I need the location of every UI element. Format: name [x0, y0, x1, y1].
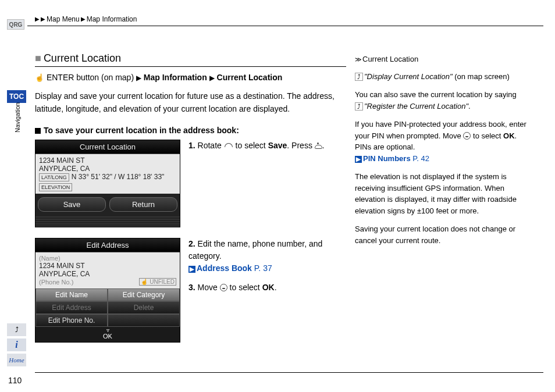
double-arrow-icon: ≫: [355, 56, 361, 63]
info-tab[interactable]: i: [7, 338, 26, 351]
arrow-icon: ▶: [209, 74, 215, 82]
side-note: You can also save the current location b…: [355, 89, 529, 112]
side-note: ⤴"Display Current Location" (on map scre…: [355, 71, 529, 83]
subheading: To save your current location in the add…: [35, 126, 346, 135]
address-line: ANYPLACE, CA: [39, 165, 176, 173]
page-number: 110: [8, 376, 22, 385]
page-reference[interactable]: P. 37: [254, 263, 272, 273]
address-line: 1234 MAIN ST: [39, 262, 176, 270]
return-button[interactable]: Return: [109, 197, 177, 212]
voice-tab[interactable]: ⤴: [7, 323, 26, 336]
step-number: 3.: [188, 283, 195, 292]
arrow-icon: ▶: [35, 16, 40, 22]
step-text: Rotate: [198, 141, 224, 150]
path-text: ENTER button (on map): [47, 73, 134, 82]
step-3: 3. Move to select OK.: [188, 281, 346, 294]
enter-icon: ☝: [35, 73, 44, 82]
path-text: Current Location: [217, 73, 283, 82]
device-screenshot-current-location: Current Location 1234 MAIN ST ANYPLACE, …: [35, 140, 180, 227]
step-text: OK: [262, 283, 275, 292]
field-label: (Phone No.): [39, 279, 73, 286]
step-text: Edit the name, phone number, and categor…: [188, 239, 322, 261]
screen-title: Edit Address: [35, 238, 180, 252]
edit-phone-button[interactable]: Edit Phone No.: [35, 314, 108, 327]
elevation-label: ELEVATION: [39, 183, 72, 191]
move-down-icon: [463, 132, 471, 140]
chapter-label: Navigation: [14, 102, 21, 133]
page-reference[interactable]: P. 42: [412, 154, 429, 163]
breadcrumb: ▶ ▶ Map Menu ▶ Map Information: [35, 15, 137, 23]
arrow-icon: ▶: [41, 16, 45, 22]
latlong-value: N 33° 51' 32" / W 118° 18' 33": [72, 173, 164, 181]
voice-icon: ⤴: [355, 102, 363, 111]
breadcrumb-item[interactable]: Map Information: [87, 15, 137, 23]
square-icon: ■: [35, 52, 41, 64]
rotate-icon: [224, 142, 233, 149]
step-text: . Press: [287, 141, 314, 150]
section-title: ■Current Location: [35, 52, 346, 67]
home-tab[interactable]: Home: [7, 354, 26, 366]
step-2: 2. Edit the name, phone number, and cate…: [188, 238, 346, 275]
description: Display and save your current location f…: [35, 90, 346, 115]
delete-button[interactable]: Delete: [108, 301, 180, 314]
step-text: .: [322, 141, 325, 150]
side-note: The elevation is not displayed if the sy…: [355, 171, 529, 216]
edit-name-button[interactable]: Edit Name: [35, 288, 108, 301]
side-note: If you have PIN-protected your address b…: [355, 119, 529, 164]
save-button[interactable]: Save: [38, 197, 106, 212]
address-book-link[interactable]: ▶Address Book: [188, 263, 252, 273]
press-icon: [315, 142, 322, 149]
voice-icon: ⤴: [355, 73, 363, 81]
path-text: Map Information: [144, 73, 207, 82]
breadcrumb-item[interactable]: Map Menu: [47, 15, 80, 23]
nav-path: ☝ ENTER button (on map) ▶ Map Informatio…: [35, 73, 346, 82]
link-arrow-icon: ▶: [188, 266, 195, 273]
step-number: 2.: [188, 239, 195, 248]
empty-button: [108, 314, 180, 327]
latlong-label: LAT/LONG: [39, 173, 69, 181]
address-line: ANYPLACE, CA: [39, 270, 176, 278]
side-note: Saving your current location does not ch…: [355, 223, 529, 246]
device-screenshot-edit-address: Edit Address (Name) 1234 MAIN ST ANYPLAC…: [35, 238, 180, 343]
step-number: 1.: [188, 141, 195, 150]
link-arrow-icon: ▶: [355, 156, 362, 163]
step-text: .: [275, 283, 277, 292]
screen-title: Current Location: [35, 140, 180, 154]
side-note-title: ≫Current Location: [355, 54, 529, 65]
edit-address-button[interactable]: Edit Address: [35, 301, 108, 314]
step-1: 1. Rotate to select Save. Press .: [188, 140, 346, 152]
ok-indicator: OK: [35, 327, 180, 342]
subheading-text: To save your current location in the add…: [44, 126, 239, 135]
edit-category-button[interactable]: Edit Category: [108, 288, 180, 301]
step-text: to select: [227, 283, 262, 292]
move-down-icon: [220, 284, 227, 291]
arrow-icon: ▶: [136, 74, 141, 82]
pin-numbers-link[interactable]: ▶PIN Numbers: [355, 154, 411, 163]
qrg-tab[interactable]: QRG: [7, 19, 24, 30]
square-icon: [35, 128, 41, 134]
step-text: to select: [233, 141, 268, 150]
address-line: 1234 MAIN ST: [39, 156, 176, 165]
arrow-icon: ▶: [81, 16, 86, 22]
toc-tab[interactable]: TOC: [7, 90, 26, 103]
section-title-text: Current Location: [44, 52, 121, 64]
field-label: (Name): [39, 255, 176, 262]
unfiled-tag: ☝ UNFILED: [139, 278, 176, 286]
step-text: Move: [198, 283, 220, 292]
step-text: Save: [268, 141, 287, 150]
